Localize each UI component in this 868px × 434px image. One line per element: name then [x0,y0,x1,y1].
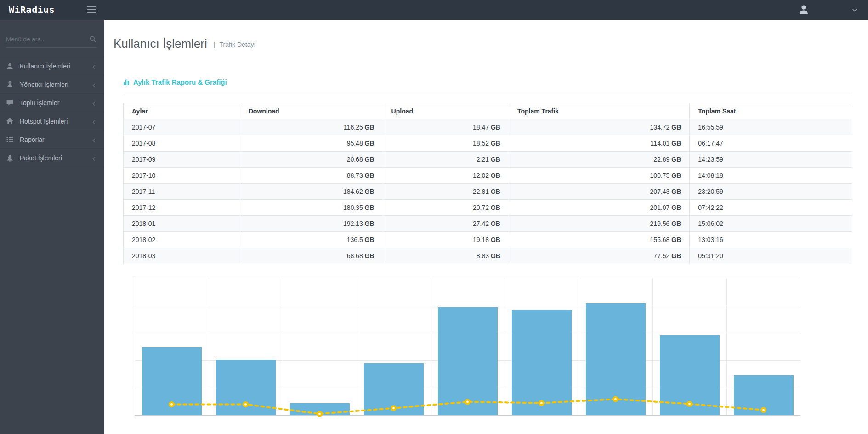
table-row: 2017-11184.62 GB22.81 GB207.43 GB23:20:5… [124,184,852,200]
sidebar-item-y-netici-i-lemleri[interactable]: Yönetici İşlemleri [0,75,104,94]
app-logo: WiRadius [9,0,55,20]
table-cell: 16:55:59 [690,119,852,135]
sidebar-item-toplu-i-lemler[interactable]: Toplu İşlemler [0,94,104,112]
table-cell: 14:08:18 [690,168,852,184]
table-row: 2017-12180.35 GB20.72 GB201.07 GB07:42:2… [124,200,852,216]
table-cell: 2018-01 [124,216,240,232]
chevron-left-icon [91,63,97,69]
traffic-report-portlet: Aylık Trafik Raporu & Grafiği AylarDownl… [123,78,852,431]
sidebar-menu: Kullanıcı İşlemleriYönetici İşlemleriTop… [0,57,104,167]
table-cell: 155.68 GB [509,232,689,248]
table-cell: 14:23:59 [690,152,852,168]
column-header: Toplam Trafik [509,103,689,119]
table-cell: 20.72 GB [383,200,509,216]
table-row: 2018-0368.68 GB8.83 GB77.52 GB05:31:20 [124,248,852,264]
table-cell: 2018-02 [124,232,240,248]
sidebar-item-label: Hotspot İşlemleri [20,118,91,125]
divider [123,94,852,94]
sidebar-item-label: Yönetici İşlemleri [20,81,91,88]
table-cell: 2017-11 [124,184,240,200]
table-cell: 136.5 GB [240,232,383,248]
sidebar-item-raporlar[interactable]: Raporlar [0,130,104,149]
home-icon [6,117,14,125]
chevron-left-icon [91,82,97,87]
comment-icon [6,99,14,107]
table-cell: 77.52 GB [509,248,689,264]
table-cell: 12.02 GB [383,168,509,184]
table-cell: 116.25 GB [240,119,383,135]
tree-icon [6,154,14,162]
list-icon [6,135,14,143]
top-navbar: WiRadius [0,0,868,20]
main-content: Kullanıcı İşlemleri | Trafik Detayı Aylı… [104,20,868,431]
table-cell: 2017-09 [124,152,240,168]
chevron-left-icon [91,118,97,124]
table-cell: 184.62 GB [240,184,383,200]
admin-user-icon [6,80,14,88]
table-cell: 219.56 GB [509,216,689,232]
table-cell: 27.42 GB [383,216,509,232]
sidebar-item-paket-i-lemleri[interactable]: Paket İşlemleri [0,149,104,167]
sidebar-item-kullan-c-i-lemleri[interactable]: Kullanıcı İşlemleri [0,57,104,75]
sidebar-item-label: Paket İşlemleri [20,154,91,162]
traffic-chart [135,278,800,431]
chevron-down-icon[interactable] [851,7,858,13]
table-cell: 19.18 GB [383,232,509,248]
user-icon[interactable] [798,4,809,15]
table-cell: 2018-03 [124,248,240,264]
chevron-left-icon [91,155,97,161]
table-cell: 18.47 GB [383,119,509,135]
table-cell: 8.83 GB [383,248,509,264]
table-row: 2017-0895.48 GB18.52 GB114.01 GB06:17:47 [124,135,852,152]
table-row: 2017-07116.25 GB18.47 GB134.72 GB16:55:5… [124,119,852,135]
table-cell: 201.07 GB [509,200,689,216]
table-cell: 207.43 GB [509,184,689,200]
table-cell: 20.68 GB [240,152,383,168]
sidebar-item-hotspot-i-lemleri[interactable]: Hotspot İşlemleri [0,112,104,130]
bar-chart-icon [123,79,130,85]
table-cell: 68.68 GB [240,248,383,264]
chevron-left-icon [91,100,97,106]
search-icon[interactable] [89,35,96,43]
table-cell: 06:17:47 [690,135,852,152]
page-head: Kullanıcı İşlemleri | Trafik Detayı [104,20,868,51]
table-cell: 07:42:22 [690,200,852,216]
table-cell: 23:20:59 [690,184,852,200]
column-header: Download [240,103,383,119]
table-cell: 100.75 GB [509,168,689,184]
table-cell: 2017-10 [124,168,240,184]
table-row: 2017-1088.73 GB12.02 GB100.75 GB14:08:18 [124,168,852,184]
table-cell: 15:06:02 [690,216,852,232]
sidebar: Kullanıcı İşlemleriYönetici İşlemleriTop… [0,20,104,434]
table-cell: 95.48 GB [240,135,383,152]
section-title: Aylık Trafik Raporu & Grafiği [133,78,227,86]
page-subtitle: Trafik Detayı [220,41,256,48]
table-cell: 88.73 GB [240,168,383,184]
table-row: 2017-0920.68 GB2.21 GB22.89 GB14:23:59 [124,152,852,168]
table-header-row: AylarDownloadUploadToplam TrafikToplam S… [124,103,852,119]
table-cell: 180.35 GB [240,200,383,216]
sidebar-search [6,35,97,48]
sidebar-item-label: Kullanıcı İşlemleri [20,62,91,70]
table-cell: 22.89 GB [509,152,689,168]
table-cell: 2.21 GB [383,152,509,168]
table-cell: 2017-08 [124,135,240,152]
table-cell: 05:31:20 [690,248,852,264]
page-title-separator: | [213,40,215,48]
sidebar-item-label: Raporlar [20,136,91,143]
table-cell: 13:03:16 [690,232,852,248]
table-cell: 192.13 GB [240,216,383,232]
column-header: Upload [383,103,509,119]
search-input[interactable] [6,36,82,43]
monthly-traffic-report-link[interactable]: Aylık Trafik Raporu & Grafiği [123,78,227,86]
table-cell: 2017-12 [124,200,240,216]
user-icon [6,62,14,70]
column-header: Aylar [124,103,240,119]
table-cell: 18.52 GB [383,135,509,152]
sidebar-item-label: Toplu İşlemler [20,99,91,107]
hamburger-icon[interactable] [87,6,96,15]
table-cell: 2017-07 [124,119,240,135]
table-row: 2018-02136.5 GB19.18 GB155.68 GB13:03:16 [124,232,852,248]
table-cell: 22.81 GB [383,184,509,200]
table-row: 2018-01192.13 GB27.42 GB219.56 GB15:06:0… [124,216,852,232]
